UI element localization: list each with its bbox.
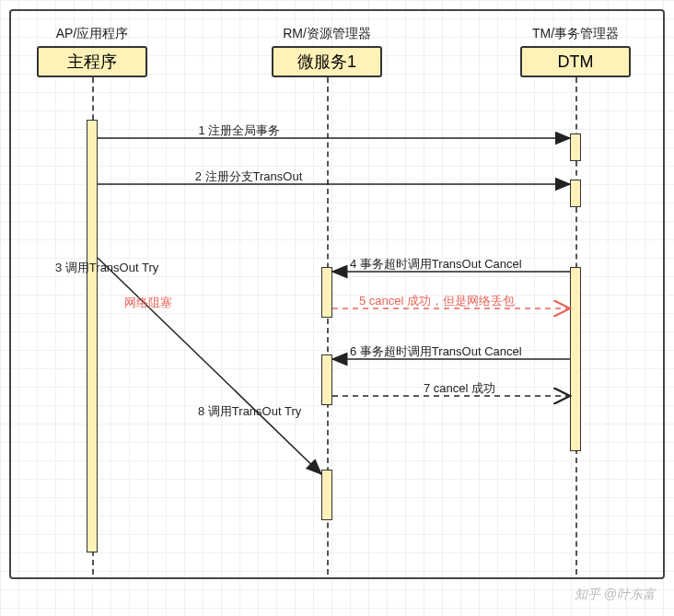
role-label-ap: AP/应用程序 bbox=[56, 26, 129, 42]
msg-label-2: 2 注册分支TransOut bbox=[195, 169, 303, 185]
activation-tm-1 bbox=[570, 134, 581, 161]
watermark: 知乎 @叶东富 bbox=[575, 587, 656, 603]
msg-label-1: 1 注册全局事务 bbox=[199, 122, 281, 139]
activation-tm-2 bbox=[570, 180, 581, 207]
msg-label-6: 6 事务超时调用TransOut Cancel bbox=[350, 343, 522, 360]
role-box-tm: DTM bbox=[520, 46, 631, 77]
role-box-rm: 微服务1 bbox=[272, 46, 382, 77]
activation-rm-1 bbox=[321, 267, 332, 318]
role-box-ap: 主程序 bbox=[37, 46, 147, 77]
role-label-tm: TM/事务管理器 bbox=[532, 26, 619, 42]
msg-label-5: 5 cancel 成功，但是网络丢包 bbox=[359, 293, 515, 309]
role-label-rm: RM/资源管理器 bbox=[283, 26, 371, 42]
msg-label-4: 4 事务超时调用TransOut Cancel bbox=[350, 256, 522, 273]
activation-tm-3 bbox=[570, 267, 581, 451]
msg-label-3: 3 调用TransOut Try bbox=[55, 260, 158, 276]
diagram-frame bbox=[9, 9, 665, 579]
msg-label-8: 8 调用TransOut Try bbox=[198, 403, 301, 420]
activation-rm-3 bbox=[321, 470, 332, 520]
activation-ap-main bbox=[87, 120, 98, 552]
activation-rm-2 bbox=[321, 354, 332, 405]
msg-note-3: 网络阻塞 bbox=[124, 295, 172, 311]
msg-label-7: 7 cancel 成功 bbox=[424, 380, 495, 397]
